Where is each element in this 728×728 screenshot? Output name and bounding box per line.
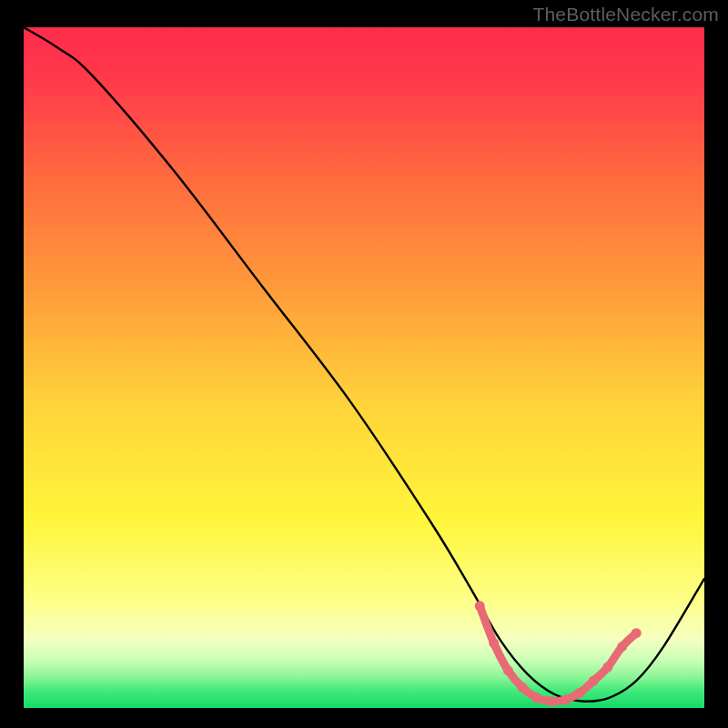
marker-dot xyxy=(489,638,499,648)
marker-dot xyxy=(589,676,599,686)
marker-dot xyxy=(561,695,571,705)
marker-dot xyxy=(574,688,584,698)
attribution-label: TheBottleNecker.com xyxy=(532,4,719,25)
chart-container: TheBottleNecker.com xyxy=(0,0,728,728)
marker-dot xyxy=(475,601,485,611)
marker-dot xyxy=(632,628,642,638)
bottleneck-chart xyxy=(24,27,704,708)
marker-dot xyxy=(617,642,627,652)
marker-dot xyxy=(602,662,612,672)
marker-dot xyxy=(503,665,513,675)
marker-dot xyxy=(546,696,556,706)
marker-dot xyxy=(531,693,541,703)
plot-area xyxy=(24,27,704,708)
gradient-background xyxy=(24,27,704,708)
marker-dot xyxy=(518,682,528,693)
